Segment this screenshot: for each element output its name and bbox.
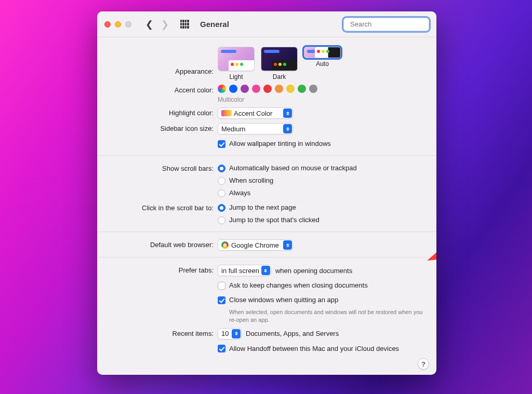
minimize-window-button[interactable]	[115, 21, 121, 28]
recent-items-label: Recent items:	[109, 328, 218, 337]
grid-icon	[180, 20, 189, 29]
appearance-option-light[interactable]: Light	[218, 47, 255, 80]
accent-color-6[interactable]	[286, 85, 295, 93]
accent-color-3[interactable]	[252, 85, 260, 93]
prefer-tabs-value: in full screen	[221, 267, 259, 275]
appearance-option-label: Dark	[273, 73, 286, 80]
prefer-tabs-label: Prefer tabs:	[109, 265, 218, 274]
allow-handoff-checkbox[interactable]: Allow Handoff between this Mac and your …	[218, 344, 425, 354]
updown-icon	[261, 266, 270, 275]
appearance-option-auto[interactable]: Auto	[304, 47, 341, 80]
accent-color-5[interactable]	[275, 85, 283, 93]
accent-color-2[interactable]	[241, 85, 249, 93]
help-button[interactable]: ?	[418, 358, 429, 370]
highlight-label: Highlight color:	[109, 107, 218, 117]
prefer-tabs-suffix: when opening documents	[275, 267, 352, 275]
accent-label: Accent color:	[109, 85, 218, 94]
close-windows-when-quitting-checkbox[interactable]: Close windows when quitting an app	[218, 295, 425, 305]
click-scrollbar-label: Click in the scroll bar to:	[109, 202, 218, 212]
default-browser-label: Default web browser:	[109, 239, 218, 249]
appearance-option-label: Light	[229, 73, 243, 80]
click-scrollbar-option-next[interactable]: Jump to the next page	[218, 202, 425, 213]
close-windows-note: When selected, open documents and window…	[229, 308, 425, 324]
updown-icon	[283, 108, 292, 118]
default-browser-value: Google Chrome	[231, 241, 279, 249]
checkbox-label: Allow wallpaper tinting in windows	[229, 139, 331, 149]
click-scrollbar-option-spot[interactable]: Jump to the spot that's clicked	[218, 215, 425, 225]
wallpaper-tinting-checkbox[interactable]: Allow wallpaper tinting in windows	[218, 139, 425, 149]
ask-keep-changes-checkbox[interactable]: Ask to keep changes when closing documen…	[218, 280, 425, 291]
content: Appearance: Light Dark Auto	[97, 37, 436, 363]
search-field[interactable]	[343, 18, 429, 31]
search-input[interactable]	[350, 20, 436, 28]
forward-button: ❯	[158, 19, 171, 30]
highlight-value: Accent Color	[234, 110, 272, 117]
scrollbars-option-always[interactable]: Always	[218, 188, 425, 198]
sidebar-size-select[interactable]: Medium	[218, 123, 293, 134]
checkbox-label: Close windows when quitting an app	[229, 295, 338, 305]
checkbox-label: Ask to keep changes when closing documen…	[229, 280, 368, 291]
titlebar: ❮ ❯ General	[97, 11, 436, 37]
default-browser-select[interactable]: Google Chrome	[218, 239, 293, 251]
scrollbars-option-auto[interactable]: Automatically based on mouse or trackpad	[218, 163, 425, 173]
scrollbars-option-scrolling[interactable]: When scrolling	[218, 175, 425, 186]
recent-items-select[interactable]: 10	[218, 328, 242, 339]
appearance-label: Appearance:	[109, 47, 218, 75]
appearance-option-label: Auto	[316, 60, 329, 67]
appearance-option-dark[interactable]: Dark	[261, 47, 298, 80]
accent-color-7[interactable]	[298, 85, 306, 93]
sidebar-size-value: Medium	[221, 125, 245, 133]
accent-swatch-icon	[221, 110, 232, 116]
updown-icon	[283, 124, 292, 133]
checkbox-label: Allow Handoff between this Mac and your …	[229, 344, 399, 354]
chrome-icon	[221, 241, 229, 249]
close-window-button[interactable]	[104, 21, 111, 28]
sidebar-size-label: Sidebar icon size:	[109, 123, 218, 132]
accent-color-row	[218, 85, 425, 93]
updown-icon	[232, 329, 241, 338]
recent-items-suffix: Documents, Apps, and Servers	[246, 330, 339, 337]
accent-selected-name: Multicolor	[218, 96, 425, 103]
zoom-window-button	[125, 21, 131, 28]
window-controls	[104, 21, 131, 28]
highlight-color-select[interactable]: Accent Color	[218, 107, 293, 119]
recent-items-value: 10	[221, 330, 229, 337]
accent-color-8[interactable]	[309, 85, 317, 93]
back-button[interactable]: ❮	[143, 19, 155, 30]
pane-title: General	[200, 20, 229, 29]
preferences-window: ❮ ❯ General Appearance: Light	[97, 11, 436, 375]
show-all-button[interactable]	[178, 19, 191, 30]
updown-icon	[283, 240, 292, 250]
accent-color-multicolor[interactable]	[218, 85, 226, 93]
accent-color-4[interactable]	[263, 85, 272, 93]
scrollbars-label: Show scroll bars:	[109, 163, 218, 172]
accent-color-1[interactable]	[229, 85, 237, 93]
prefer-tabs-select[interactable]: in full screen	[218, 265, 271, 276]
